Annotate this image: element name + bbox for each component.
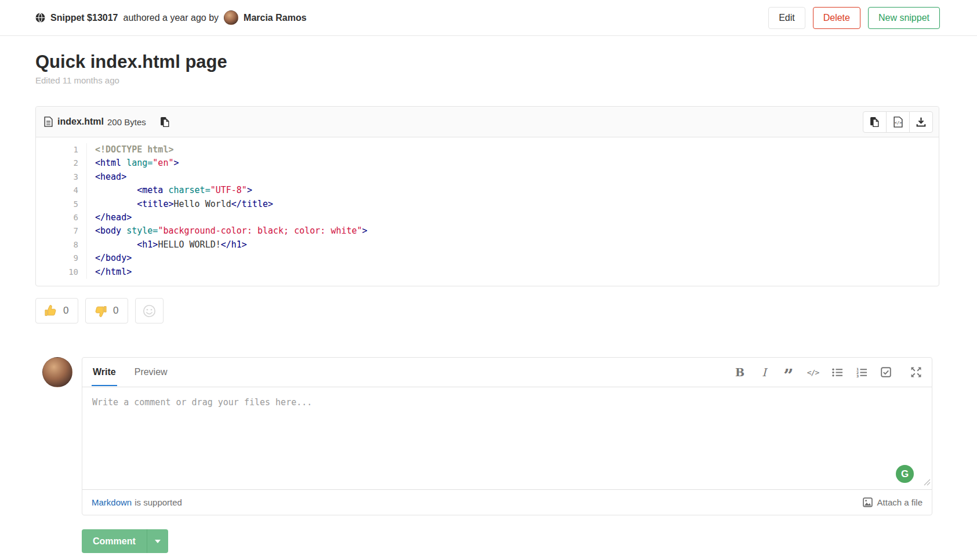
code-line: 1<!DOCTYPE html>: [36, 143, 939, 157]
comment-editor: Write Preview B I ” </> 123: [82, 357, 932, 515]
code-line-content: </head>: [87, 211, 132, 224]
code-icon[interactable]: </>: [807, 366, 819, 379]
line-number[interactable]: 8: [36, 238, 87, 252]
numbered-list-icon[interactable]: 123: [855, 366, 868, 379]
markdown-supported-text: is supported: [135, 497, 182, 507]
new-snippet-button[interactable]: New snippet: [868, 7, 940, 29]
bold-icon[interactable]: B: [733, 366, 746, 379]
blockquote-icon[interactable]: ”: [782, 366, 795, 379]
code-line-content: </body>: [87, 252, 132, 265]
copy-file-path-icon[interactable]: [160, 117, 170, 128]
code-line-content: <html lang="en">: [87, 157, 179, 170]
copy-contents-button[interactable]: [863, 111, 887, 133]
line-number[interactable]: 4: [36, 184, 87, 197]
code-line-content: <meta charset="UTF-8">: [87, 184, 252, 197]
line-number[interactable]: 2: [36, 157, 87, 170]
code-line-content: <body style="background-color: black; co…: [87, 224, 368, 238]
thumbs-up-count: 0: [63, 305, 68, 317]
file-document-icon: [44, 117, 53, 127]
fullscreen-icon[interactable]: [910, 366, 922, 379]
attach-image-icon: [863, 497, 873, 507]
code-line: 2<html lang="en">: [36, 157, 939, 170]
code-line: 3<head>: [36, 170, 939, 184]
code-line-content: <h1>HELLO WORLD!</h1>: [87, 238, 247, 252]
code-line: 5 <title>Hello World</title>: [36, 198, 939, 211]
snippet-topbar: Snippet $13017 authored a year ago by Ma…: [0, 0, 977, 36]
file-name: index.html: [57, 117, 104, 127]
download-icon: [916, 117, 926, 127]
tab-preview[interactable]: Preview: [133, 358, 169, 386]
current-user-avatar[interactable]: [42, 357, 72, 387]
new-note-section: Write Preview B I ” </> 123: [35, 357, 939, 515]
grammarly-letter: G: [901, 468, 909, 480]
line-number[interactable]: 5: [36, 198, 87, 211]
code-line-content: </html>: [87, 266, 132, 279]
add-reaction-button[interactable]: [135, 298, 164, 323]
comment-dropdown-button[interactable]: [147, 529, 168, 553]
snippet-file-box: index.html 200 Bytes </>: [35, 106, 939, 286]
code-line: 10</html>: [36, 266, 939, 279]
copy-contents-icon: [870, 117, 880, 128]
author-avatar[interactable]: [224, 10, 238, 25]
italic-icon[interactable]: I: [758, 366, 771, 379]
resize-handle[interactable]: [924, 478, 931, 488]
open-raw-button[interactable]: </>: [886, 111, 910, 133]
markdown-toolbar: B I ” </> 123: [733, 366, 922, 379]
code-line: 7<body style="background-color: black; c…: [36, 224, 939, 238]
code-line-content: <!DOCTYPE html>: [87, 143, 173, 157]
thumbs-down-button[interactable]: 0: [85, 298, 128, 323]
thumbs-down-count: 0: [113, 305, 118, 317]
authored-text: authored a year ago by: [124, 13, 219, 23]
file-actions-group: </>: [863, 111, 933, 133]
attach-file-button[interactable]: Attach a file: [863, 497, 922, 507]
bullet-list-icon[interactable]: [831, 366, 844, 379]
grammarly-badge[interactable]: G: [896, 465, 914, 483]
line-number[interactable]: 3: [36, 170, 87, 184]
author-name[interactable]: Marcia Ramos: [244, 13, 307, 23]
thumbs-down-icon: [94, 304, 107, 318]
delete-button[interactable]: Delete: [813, 7, 860, 29]
code-line: 8 <h1>HELLO WORLD!</h1>: [36, 238, 939, 252]
code-line: 9</body>: [36, 252, 939, 265]
snippet-id: Snippet $13017: [50, 13, 118, 23]
code-viewer: 1<!DOCTYPE html>2<html lang="en">3<head>…: [36, 137, 939, 286]
line-number[interactable]: 10: [36, 266, 87, 279]
line-number[interactable]: 9: [36, 252, 87, 265]
task-list-icon[interactable]: [880, 366, 892, 379]
code-line-content: <title>Hello World</title>: [87, 198, 273, 211]
attach-file-label: Attach a file: [877, 497, 922, 507]
globe-icon: [35, 13, 45, 23]
open-raw-icon: </>: [894, 117, 903, 128]
chevron-down-icon: [155, 540, 161, 543]
thumbs-up-icon: [44, 304, 57, 318]
markdown-footer: Markdown is supported Attach a file: [82, 490, 932, 515]
code-line: 4 <meta charset="UTF-8">: [36, 184, 939, 197]
smiley-icon: [143, 304, 156, 318]
markdown-header: Write Preview B I ” </> 123: [82, 358, 932, 387]
tab-write[interactable]: Write: [92, 358, 117, 386]
page-title: Quick index.html page: [35, 52, 939, 72]
svg-text:</>: </>: [894, 121, 901, 125]
code-line-content: <head>: [87, 170, 126, 184]
download-button[interactable]: [909, 111, 933, 133]
file-size: 200 Bytes: [107, 117, 146, 127]
code-line: 6</head>: [36, 211, 939, 224]
line-number[interactable]: 7: [36, 224, 87, 238]
svg-text:3: 3: [856, 373, 859, 377]
edited-timestamp: Edited 11 months ago: [35, 75, 939, 85]
submit-row: Comment: [82, 529, 939, 553]
code-table-body: 1<!DOCTYPE html>2<html lang="en">3<head>…: [36, 143, 939, 279]
comment-button[interactable]: Comment: [82, 529, 147, 553]
comment-textarea[interactable]: Write a comment or drag your files here.…: [82, 387, 932, 490]
edit-button[interactable]: Edit: [768, 7, 805, 29]
thumbs-up-button[interactable]: 0: [35, 298, 78, 323]
line-number[interactable]: 1: [36, 143, 87, 157]
markdown-link[interactable]: Markdown: [92, 497, 132, 507]
comment-placeholder: Write a comment or drag your files here.…: [92, 397, 312, 408]
line-number[interactable]: 6: [36, 211, 87, 224]
file-header: index.html 200 Bytes </>: [36, 107, 939, 137]
award-emoji-row: 0 0: [35, 298, 939, 323]
